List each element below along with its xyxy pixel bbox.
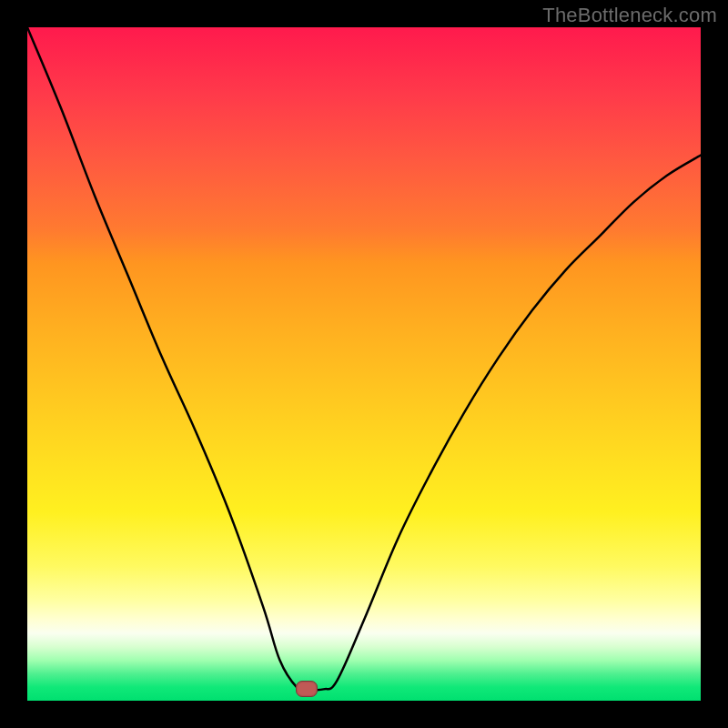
- bottleneck-curve: [27, 27, 701, 701]
- plot-area: [27, 27, 701, 701]
- chart-frame: TheBottleneck.com: [0, 0, 728, 728]
- watermark-text: TheBottleneck.com: [542, 4, 717, 27]
- optimum-marker: [296, 681, 318, 697]
